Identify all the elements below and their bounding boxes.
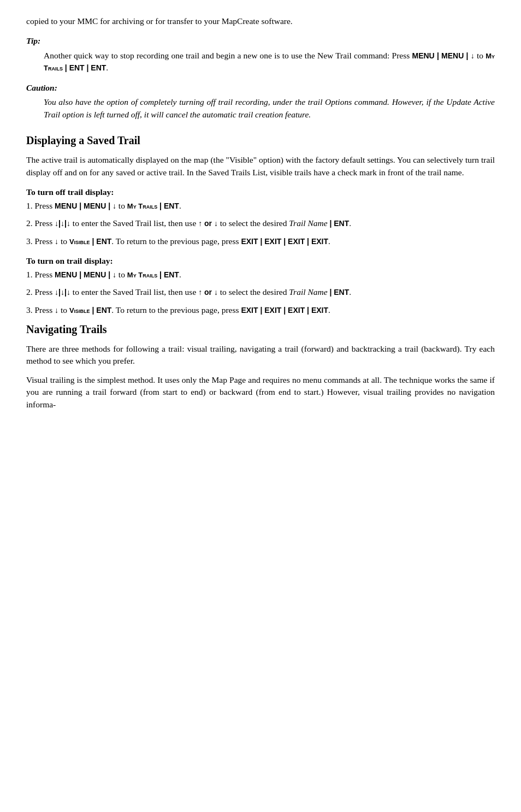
turnoff-s3-p: | — [90, 237, 97, 246]
turnoff-s2-end: to select the desired — [218, 218, 289, 228]
turnoff-s3-to: to — [58, 236, 69, 246]
turnon-s3-pre: 3. Press — [26, 305, 55, 315]
turnoff-s3-ent: ENT — [96, 237, 111, 246]
caution-label: Caution: — [26, 82, 495, 94]
turnoff-s1-ent: ENT — [164, 201, 179, 210]
turnoff-s3-exit2: EXIT — [264, 237, 281, 246]
intro-paragraph: copied to your MMC for archiving or for … — [26, 15, 495, 27]
turnoff-s1-p3: | — [157, 201, 164, 210]
turnoff-s3-p1: | — [258, 237, 265, 246]
tip-content: Another quick way to stop recording one … — [26, 50, 495, 74]
turnoff-s1-menu2: MENU — [84, 201, 106, 210]
turnoff-heading: To turn off trail display: — [26, 186, 495, 198]
turnon-s1-pre: 1. Press — [26, 270, 55, 279]
turnoff-s2-ent: ENT — [334, 219, 349, 228]
pipe2: | — [464, 51, 470, 60]
turnon-s3-p1: | — [258, 306, 265, 315]
turnoff-s1-pre: 1. Press — [26, 201, 55, 210]
turnon-s3-p2: | — [281, 306, 288, 315]
pipe1: | — [435, 51, 441, 60]
turnon-s2-p: | — [328, 288, 334, 297]
turnon-s1-p2: | — [106, 270, 113, 279]
turnoff-s1-down: ↓ — [113, 201, 116, 210]
turnoff-s3-exit3: EXIT — [288, 237, 305, 246]
turnon-s3-exit3: EXIT — [288, 306, 305, 315]
turnon-s2-period: . — [349, 287, 351, 297]
turnoff-s3-visible: Visible — [69, 238, 90, 246]
turnoff-s3-pre: 3. Press — [26, 236, 55, 246]
turnon-s1-p3: | — [157, 270, 164, 279]
turnoff-s1-p2: | — [106, 201, 113, 210]
tip-period: . — [106, 63, 108, 72]
turnoff-step2: 2. Press ↓|↓|↓ to enter the Saved Trail … — [26, 217, 495, 229]
caution-block: Caution: You also have the option of com… — [26, 82, 495, 121]
turnoff-step1: 1. Press MENU | MENU | ↓ to My Trails | … — [26, 200, 495, 212]
turnoff-s1-mytrails: My Trails — [127, 202, 157, 210]
tip-block: Tip: Another quick way to stop recording… — [26, 35, 495, 74]
turnoff-step3: 3. Press ↓ to Visible | ENT. To return t… — [26, 235, 495, 247]
section1-para1: The active trail is automatically displa… — [26, 154, 495, 179]
turnon-s2-arrows: ↓|↓|↓ — [55, 288, 70, 297]
turnon-s2-arrows2: ↑ or ↓ — [198, 288, 218, 297]
turnon-s1-menu2: MENU — [84, 270, 106, 279]
tip-command: MENU — [412, 51, 435, 60]
turnoff-s2-arrows2: ↑ or ↓ — [198, 219, 218, 228]
menu2: MENU — [441, 51, 464, 60]
turnon-s1-menu1: MENU — [55, 270, 77, 279]
tip-text: Another quick way to stop recording one … — [44, 51, 412, 60]
turnoff-s3-mid: . To return to the previous page, press — [111, 236, 241, 246]
tip-ent2: ENT — [91, 63, 106, 72]
turnoff-s2-italic: Trail Name — [289, 218, 327, 228]
turnon-step1: 1. Press MENU | MENU | ↓ to My Trails | … — [26, 269, 495, 281]
down-arrow-tip: ↓ — [471, 51, 475, 60]
turnoff-s3-p3: | — [305, 237, 311, 246]
turnon-s3-p3: | — [305, 306, 311, 315]
turnon-s3-visible: Visible — [69, 306, 90, 315]
turnon-s1-mytrails: My Trails — [127, 271, 157, 279]
section2-para2: Visual trailing is the simplest method. … — [26, 374, 495, 411]
turnoff-s1-menu1: MENU — [55, 201, 77, 210]
caution-content: You also have the option of completely t… — [26, 96, 495, 121]
pipe4: | — [85, 63, 91, 72]
turnoff-s2-pre: 2. Press — [26, 218, 55, 228]
turnoff-s2-arrows: ↓|↓|↓ — [55, 219, 70, 228]
turnon-step2: 2. Press ↓|↓|↓ to enter the Saved Trail … — [26, 286, 495, 298]
tip-to: to — [475, 51, 486, 60]
turnoff-s3-exit1: EXIT — [241, 237, 258, 246]
turnoff-s2-mid: to enter the Saved Trail list, then use — [70, 218, 198, 228]
tip-label: Tip: — [26, 35, 495, 47]
section2-para1: There are three methods for following a … — [26, 343, 495, 368]
turnon-s2-italic: Trail Name — [289, 287, 327, 297]
tip-ent1: ENT — [69, 63, 85, 72]
turnoff-s3-p2: | — [281, 237, 288, 246]
pipe3: | — [63, 63, 69, 72]
turnoff-s1-to: to — [116, 201, 127, 210]
turnon-s1-end: . — [179, 270, 181, 279]
turnoff-s2-p: | — [328, 219, 334, 228]
turnon-s2-pre: 2. Press — [26, 287, 55, 297]
turnon-s3-ent: ENT — [96, 306, 111, 315]
turnon-step3: 3. Press ↓ to Visible | ENT. To return t… — [26, 304, 495, 316]
turnon-s3-period: . — [328, 305, 330, 315]
turnoff-s1-end: . — [179, 201, 181, 210]
turnon-s2-mid: to enter the Saved Trail list, then use — [70, 287, 198, 297]
turnoff-s1-p1: | — [77, 201, 84, 210]
turnon-s3-exit2: EXIT — [264, 306, 281, 315]
section2-heading: Navigating Trails — [26, 322, 495, 337]
turnon-heading: To turn on trail display: — [26, 255, 495, 267]
turnoff-s3-exit4: EXIT — [311, 237, 328, 246]
turnon-s2-ent: ENT — [334, 288, 349, 297]
turnoff-s3-period: . — [328, 236, 330, 246]
turnon-s3-exit1: EXIT — [241, 306, 258, 315]
turnon-s1-ent: ENT — [164, 270, 179, 279]
turnon-s3-to: to — [58, 305, 69, 315]
section1-heading: Displaying a Saved Trail — [26, 133, 495, 149]
turnon-s2-end: to select the desired — [218, 287, 289, 297]
turnon-s3-mid: . To return to the previous page, press — [111, 305, 241, 315]
turnoff-s2-period: . — [349, 218, 351, 228]
turnon-s3-exit4: EXIT — [311, 306, 328, 315]
turnon-s1-p1: | — [77, 270, 84, 279]
turnon-s1-down: ↓ — [113, 270, 116, 279]
turnon-s3-p: | — [90, 306, 97, 315]
turnon-s1-to: to — [116, 270, 127, 279]
